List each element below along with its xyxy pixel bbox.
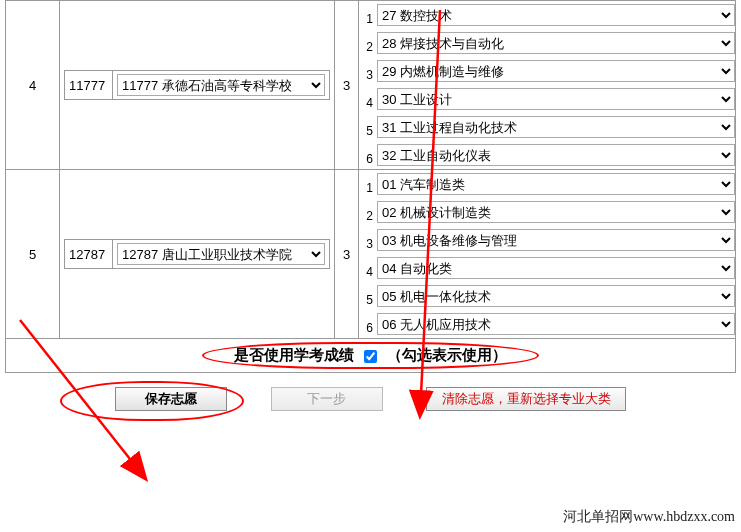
major-select[interactable]: 06 无人机应用技术 xyxy=(377,313,735,335)
school-select[interactable]: 11777 承德石油高等专科学校 xyxy=(117,74,325,96)
school-cell: 12787 12787 唐山工业职业技术学院 xyxy=(60,170,335,339)
major-select[interactable]: 05 机电一体化技术 xyxy=(377,285,735,307)
school-cell: 11777 11777 承德石油高等专科学校 xyxy=(60,1,335,170)
slot-num: 4 xyxy=(359,85,377,113)
slot-num: 3 xyxy=(359,57,377,85)
major-select[interactable]: 28 焊接技术与自动化 xyxy=(377,32,735,54)
slot-num: 1 xyxy=(359,1,377,29)
button-bar: 保存志愿 下一步 清除志愿，重新选择专业大类 xyxy=(5,373,736,425)
major-cell: 127 数控技术 228 焊接技术与自动化 329 内燃机制造与维修 430 工… xyxy=(359,1,736,170)
row-index: 5 xyxy=(6,170,60,339)
major-cell: 101 汽车制造类 202 机械设计制造类 303 机电设备维修与管理 404 … xyxy=(359,170,736,339)
slot-num: 4 xyxy=(359,254,377,282)
major-select[interactable]: 02 机械设计制造类 xyxy=(377,201,735,223)
table-row: 4 11777 11777 承德石油高等专科学校 3 127 数控技术 228 … xyxy=(6,1,736,170)
slot-num: 2 xyxy=(359,198,377,226)
slot-num: 5 xyxy=(359,113,377,141)
slot-num: 5 xyxy=(359,282,377,310)
row-index: 4 xyxy=(6,1,60,170)
next-button: 下一步 xyxy=(271,387,383,411)
major-slot-number: 3 xyxy=(335,170,359,339)
major-select[interactable]: 03 机电设备维修与管理 xyxy=(377,229,735,251)
use-score-checkbox[interactable] xyxy=(364,350,377,363)
major-select[interactable]: 32 工业自动化仪表 xyxy=(377,144,735,166)
clear-button[interactable]: 清除志愿，重新选择专业大类 xyxy=(426,387,626,411)
preference-table: 4 11777 11777 承德石油高等专科学校 3 127 数控技术 228 … xyxy=(5,0,736,373)
use-score-row: 是否使用学考成绩 （勾选表示使用） xyxy=(6,339,736,373)
slot-num: 6 xyxy=(359,310,377,338)
school-code: 12787 xyxy=(65,240,113,269)
slot-num: 3 xyxy=(359,226,377,254)
major-select[interactable]: 30 工业设计 xyxy=(377,88,735,110)
major-slot-number: 3 xyxy=(335,1,359,170)
major-select[interactable]: 01 汽车制造类 xyxy=(377,173,735,195)
use-score-label-left: 是否使用学考成绩 xyxy=(234,346,354,363)
major-select[interactable]: 27 数控技术 xyxy=(377,4,735,26)
slot-num: 1 xyxy=(359,170,377,198)
school-select[interactable]: 12787 唐山工业职业技术学院 xyxy=(117,243,325,265)
major-select[interactable]: 04 自动化类 xyxy=(377,257,735,279)
watermark: 河北单招网www.hbdzxx.com xyxy=(563,508,735,526)
use-score-label-right: （勾选表示使用） xyxy=(387,346,507,363)
save-button[interactable]: 保存志愿 xyxy=(115,387,227,411)
use-score-highlight: 是否使用学考成绩 （勾选表示使用） xyxy=(202,342,539,369)
school-code: 11777 xyxy=(65,71,113,100)
slot-num: 6 xyxy=(359,141,377,169)
table-row: 5 12787 12787 唐山工业职业技术学院 3 101 汽车制造类 202… xyxy=(6,170,736,339)
major-select[interactable]: 31 工业过程自动化技术 xyxy=(377,116,735,138)
major-select[interactable]: 29 内燃机制造与维修 xyxy=(377,60,735,82)
slot-num: 2 xyxy=(359,29,377,57)
